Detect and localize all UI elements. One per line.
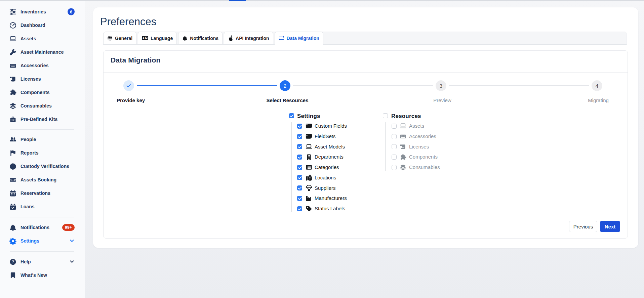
svg-text:A: A: [143, 37, 145, 40]
svg-text:?: ?: [12, 259, 14, 264]
svg-text:Z: Z: [146, 37, 147, 39]
